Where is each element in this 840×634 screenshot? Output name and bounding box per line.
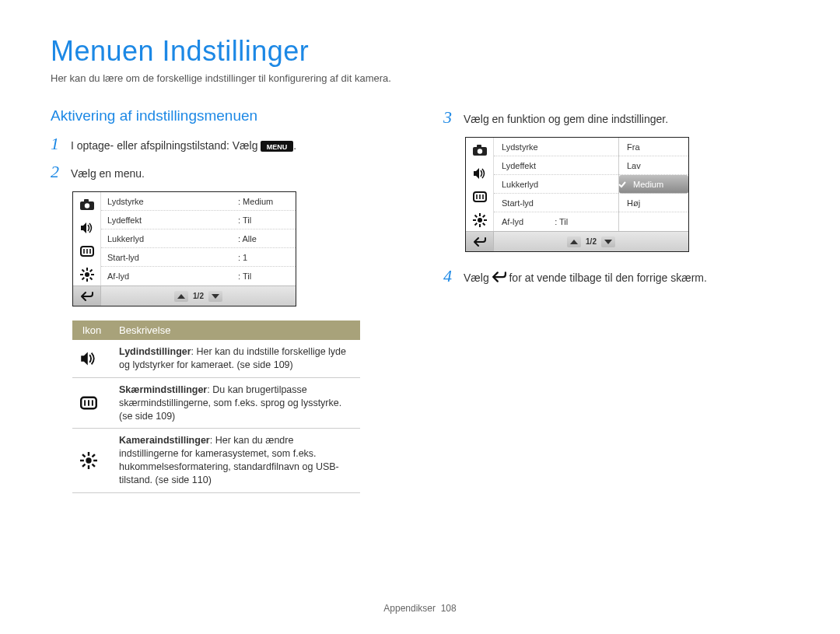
step-number: 4 bbox=[443, 268, 454, 285]
svg-point-43 bbox=[478, 218, 482, 222]
page-title: Menuen Indstillinger bbox=[51, 35, 789, 68]
icon-description-table: Ikon Beskrivelse Lydindstillinger: Her k… bbox=[72, 321, 360, 493]
svg-marker-38 bbox=[474, 168, 479, 179]
svg-marker-20 bbox=[212, 294, 219, 299]
step-4: 4 Vælg for at vende tilbage til den forr… bbox=[443, 268, 789, 285]
setting-label: Start-lyd bbox=[107, 253, 238, 262]
svg-point-10 bbox=[85, 272, 89, 277]
chevron-down-icon bbox=[208, 291, 222, 302]
gear-icon bbox=[80, 452, 103, 469]
table-row: Lydindstillinger: Her kan du indstille f… bbox=[111, 340, 360, 377]
svg-point-37 bbox=[477, 149, 481, 153]
page-indicator: 1/2 bbox=[586, 237, 597, 246]
svg-line-50 bbox=[482, 215, 485, 218]
sidebar-icon-strip bbox=[466, 138, 494, 231]
step-text-end: for at vende tilbage til den forrige skæ… bbox=[509, 271, 706, 284]
table-row: Skærmindstillinger: Du kan brugertilpass… bbox=[111, 377, 360, 429]
step-3: 3 Vælg en funktion og gem dine indstilli… bbox=[443, 109, 789, 126]
svg-text:MENU: MENU bbox=[267, 143, 288, 151]
setting-value: : Til bbox=[238, 271, 289, 281]
step-1: 1 I optage- eller afspilningstilstand: V… bbox=[51, 135, 397, 152]
svg-marker-52 bbox=[570, 240, 578, 244]
setting-label: Lydeffekt bbox=[494, 156, 618, 175]
svg-rect-36 bbox=[477, 145, 481, 148]
step-text: Vælg bbox=[464, 271, 492, 284]
svg-line-17 bbox=[89, 270, 92, 272]
svg-line-48 bbox=[474, 215, 477, 218]
step-text-end: . bbox=[293, 139, 296, 152]
setting-label: Lydstyrke bbox=[494, 138, 618, 156]
step-number: 2 bbox=[51, 163, 61, 180]
check-icon bbox=[618, 180, 627, 189]
option-item: Høj bbox=[619, 194, 688, 212]
setting-value: : Til bbox=[238, 215, 289, 225]
sidebar-icon-strip bbox=[73, 192, 101, 285]
setting-label: Lukkerlyd bbox=[494, 175, 618, 194]
svg-line-51 bbox=[474, 223, 477, 226]
option-item-selected: Medium bbox=[619, 175, 688, 194]
svg-rect-3 bbox=[84, 199, 89, 202]
speaker-icon bbox=[80, 351, 103, 366]
option-item bbox=[619, 212, 688, 231]
display-icon bbox=[472, 189, 488, 205]
setting-value: : Alle bbox=[238, 234, 289, 243]
table-row: Kameraindstillinger: Her kan du ændre in… bbox=[111, 429, 360, 493]
page-subtitle: Her kan du lære om de forskellige indsti… bbox=[51, 72, 789, 84]
setting-label: Af-lyd bbox=[107, 271, 238, 281]
svg-marker-19 bbox=[177, 294, 185, 299]
back-icon bbox=[73, 286, 101, 306]
setting-label: Lydstyrke bbox=[107, 197, 238, 206]
svg-line-31 bbox=[82, 454, 85, 457]
step-2: 2 Vælg en menu. bbox=[51, 163, 397, 180]
page-footer: Appendikser 108 bbox=[0, 603, 840, 614]
setting-value: : Medium bbox=[238, 197, 289, 206]
table-header-desc: Beskrivelse bbox=[111, 321, 360, 340]
camera-ui-screenshot: Lydstyrke Lydeffekt Lukkerlyd Start-lyd … bbox=[465, 137, 689, 252]
step-number: 3 bbox=[443, 109, 454, 126]
page-indicator: 1/2 bbox=[193, 292, 204, 300]
step-text: Vælg en funktion og gem dine indstilling… bbox=[464, 113, 668, 125]
svg-line-49 bbox=[482, 223, 485, 226]
speaker-icon bbox=[79, 220, 95, 236]
svg-point-26 bbox=[86, 457, 91, 463]
camera-mode-icon bbox=[79, 197, 95, 212]
option-item: Fra bbox=[619, 138, 688, 156]
setting-label: Lydeffekt bbox=[107, 215, 238, 225]
table-header-icon: Ikon bbox=[72, 321, 111, 340]
svg-marker-21 bbox=[81, 352, 88, 365]
setting-value: : 1 bbox=[238, 253, 289, 262]
chevron-down-icon bbox=[601, 236, 615, 247]
setting-label: Lukkerlyd bbox=[107, 234, 238, 243]
svg-line-34 bbox=[82, 464, 85, 467]
setting-label: Af-lyd: Til bbox=[494, 212, 618, 231]
speaker-icon bbox=[472, 166, 488, 181]
menu-icon: MENU bbox=[261, 141, 293, 152]
svg-line-18 bbox=[82, 278, 84, 280]
gear-icon bbox=[79, 267, 95, 282]
svg-marker-53 bbox=[604, 240, 612, 244]
back-icon bbox=[466, 232, 494, 251]
camera-mode-icon bbox=[472, 142, 488, 158]
right-column: 3 Vælg en funktion og gem dine indstilli… bbox=[443, 107, 789, 493]
svg-line-33 bbox=[93, 454, 95, 457]
display-icon bbox=[80, 396, 103, 410]
svg-line-32 bbox=[93, 464, 95, 467]
chevron-up-icon bbox=[567, 236, 581, 247]
step-text: I optage- eller afspilningstilstand: Væl… bbox=[71, 139, 261, 152]
setting-label: Start-lyd bbox=[494, 194, 618, 212]
svg-point-4 bbox=[84, 203, 89, 208]
svg-marker-5 bbox=[81, 222, 86, 233]
display-icon bbox=[79, 243, 95, 259]
svg-line-15 bbox=[82, 270, 84, 272]
option-item: Lav bbox=[619, 156, 688, 175]
gear-icon bbox=[472, 212, 488, 228]
chevron-up-icon bbox=[174, 291, 188, 302]
section-heading: Aktivering af indstillingsmenuen bbox=[51, 107, 397, 124]
svg-line-16 bbox=[89, 278, 92, 280]
step-text: Vælg en menu. bbox=[71, 167, 145, 180]
camera-ui-screenshot: Lydstyrke: Medium Lydeffekt: Til Lukkerl… bbox=[72, 191, 296, 306]
left-column: Aktivering af indstillingsmenuen 1 I opt… bbox=[51, 107, 397, 493]
back-icon bbox=[492, 271, 506, 283]
step-number: 1 bbox=[51, 135, 61, 152]
